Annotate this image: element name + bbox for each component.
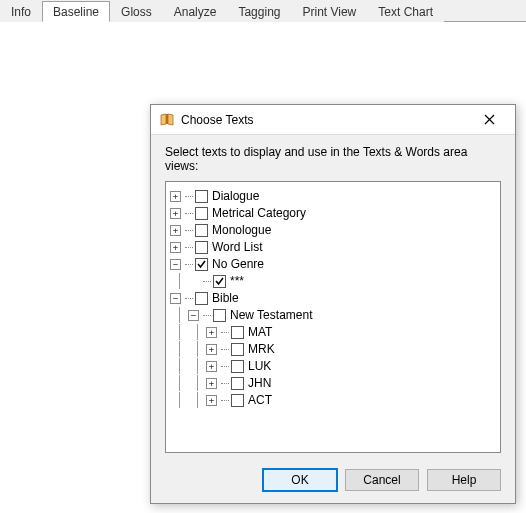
checkbox-bible[interactable] <box>195 292 208 305</box>
tab-strip: InfoBaselineGlossAnalyzeTaggingPrint Vie… <box>0 0 526 22</box>
expand-icon[interactable]: + <box>170 225 181 236</box>
tree-connector <box>185 213 193 214</box>
help-button[interactable]: Help <box>427 469 501 491</box>
tree-node-nogenre: −No Genre <box>170 256 496 272</box>
tree-node-metrical: +Metrical Category <box>170 205 496 221</box>
tree-connector <box>221 400 229 401</box>
tree-indent <box>170 375 188 391</box>
tree-label[interactable]: New Testament <box>230 308 312 322</box>
tree-label[interactable]: No Genre <box>212 257 264 271</box>
tree-indent <box>188 392 206 408</box>
tree-connector <box>203 281 211 282</box>
tree-indent <box>170 341 188 357</box>
tree-indent <box>188 341 206 357</box>
tree-indent <box>188 358 206 374</box>
dialog-title: Choose Texts <box>181 113 469 127</box>
tree-connector <box>185 230 193 231</box>
tree-indent <box>170 273 188 289</box>
checkbox-wordlist[interactable] <box>195 241 208 254</box>
tree-label[interactable]: Bible <box>212 291 239 305</box>
expand-icon[interactable]: + <box>206 344 217 355</box>
tab-print-view[interactable]: Print View <box>291 1 367 22</box>
tree-indent <box>188 375 206 391</box>
checkbox-mat[interactable] <box>231 326 244 339</box>
tree-label[interactable]: Dialogue <box>212 189 259 203</box>
tree-indent <box>170 307 188 323</box>
tree-indent <box>170 392 188 408</box>
checkbox-luk[interactable] <box>231 360 244 373</box>
tab-gloss[interactable]: Gloss <box>110 1 163 22</box>
tree-label[interactable]: Word List <box>212 240 262 254</box>
collapse-icon[interactable]: − <box>188 310 199 321</box>
tree-connector <box>185 196 193 197</box>
tree-node-jhn: +JHN <box>170 375 496 391</box>
tab-text-chart[interactable]: Text Chart <box>367 1 444 22</box>
tree-node-dialogue: +Dialogue <box>170 188 496 204</box>
checkbox-metrical[interactable] <box>195 207 208 220</box>
tree-indent <box>188 324 206 340</box>
expand-icon[interactable]: + <box>206 378 217 389</box>
checkbox-act[interactable] <box>231 394 244 407</box>
tree-label[interactable]: Monologue <box>212 223 271 237</box>
tree-connector <box>221 366 229 367</box>
tree-connector <box>185 247 193 248</box>
tree-node-act: +ACT <box>170 392 496 408</box>
tree-node-bible: −Bible <box>170 290 496 306</box>
tree-label[interactable]: LUK <box>248 359 271 373</box>
tree-connector <box>185 298 193 299</box>
tab-info[interactable]: Info <box>0 1 42 22</box>
expand-icon[interactable]: + <box>170 191 181 202</box>
tree-node-mrk: +MRK <box>170 341 496 357</box>
choose-texts-dialog: Choose Texts Select texts to display and… <box>150 104 516 504</box>
checkbox-stars[interactable] <box>213 275 226 288</box>
tree-node-stars: *** <box>170 273 496 289</box>
tree-connector <box>185 264 193 265</box>
checkbox-jhn[interactable] <box>231 377 244 390</box>
titlebar: Choose Texts <box>151 105 515 135</box>
book-icon <box>159 112 175 128</box>
tree-node-luk: +LUK <box>170 358 496 374</box>
tree-connector <box>221 349 229 350</box>
expand-icon[interactable]: + <box>206 395 217 406</box>
tree-node-mat: +MAT <box>170 324 496 340</box>
tree-connector <box>221 383 229 384</box>
expander-blank <box>188 276 199 287</box>
tab-baseline[interactable]: Baseline <box>42 1 110 22</box>
ok-button[interactable]: OK <box>263 469 337 491</box>
tree-label[interactable]: *** <box>230 274 244 288</box>
tree: +Dialogue+Metrical Category+Monologue+Wo… <box>170 188 496 408</box>
tree-indent <box>170 358 188 374</box>
tree-label[interactable]: JHN <box>248 376 271 390</box>
button-bar: OK Cancel Help <box>151 461 515 503</box>
tree-label[interactable]: MRK <box>248 342 275 356</box>
tree-container[interactable]: +Dialogue+Metrical Category+Monologue+Wo… <box>165 181 501 453</box>
tree-node-wordlist: +Word List <box>170 239 496 255</box>
tree-label[interactable]: MAT <box>248 325 272 339</box>
checkbox-mrk[interactable] <box>231 343 244 356</box>
tree-node-nt: −New Testament <box>170 307 496 323</box>
expand-icon[interactable]: + <box>170 242 181 253</box>
expand-icon[interactable]: + <box>170 208 181 219</box>
expand-icon[interactable]: + <box>206 361 217 372</box>
close-icon <box>484 114 495 125</box>
tree-label[interactable]: ACT <box>248 393 272 407</box>
collapse-icon[interactable]: − <box>170 293 181 304</box>
tab-tagging[interactable]: Tagging <box>227 1 291 22</box>
tree-indent <box>170 324 188 340</box>
close-button[interactable] <box>469 106 509 134</box>
tab-analyze[interactable]: Analyze <box>163 1 228 22</box>
dialog-instruction: Select texts to display and use in the T… <box>151 135 515 181</box>
checkbox-nogenre[interactable] <box>195 258 208 271</box>
tree-node-monologue: +Monologue <box>170 222 496 238</box>
tree-label[interactable]: Metrical Category <box>212 206 306 220</box>
collapse-icon[interactable]: − <box>170 259 181 270</box>
expand-icon[interactable]: + <box>206 327 217 338</box>
checkbox-nt[interactable] <box>213 309 226 322</box>
cancel-button[interactable]: Cancel <box>345 469 419 491</box>
tree-connector <box>221 332 229 333</box>
checkbox-monologue[interactable] <box>195 224 208 237</box>
tree-connector <box>203 315 211 316</box>
checkbox-dialogue[interactable] <box>195 190 208 203</box>
